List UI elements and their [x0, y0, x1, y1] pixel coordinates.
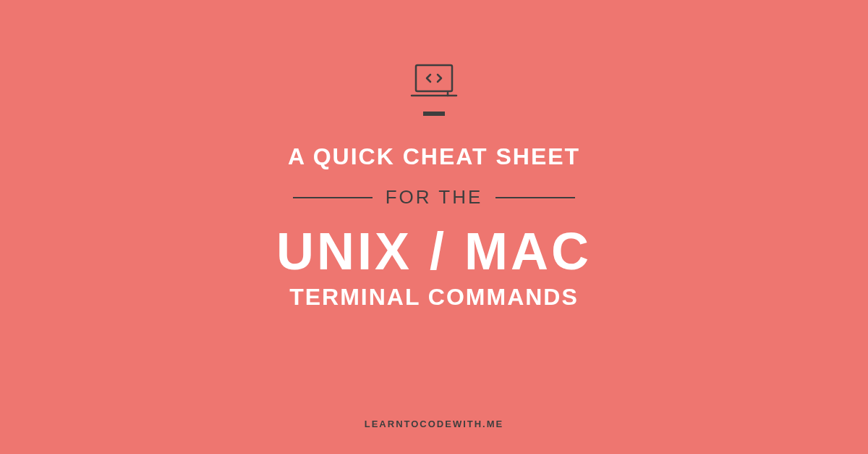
divider-dash	[423, 112, 445, 116]
laptop-code-icon	[409, 64, 459, 98]
subline-text: FOR THE	[386, 186, 483, 209]
svg-rect-0	[416, 65, 452, 91]
title-line-3: TERMINAL COMMANDS	[289, 284, 579, 311]
rule-left	[293, 197, 373, 198]
title-line-2: UNIX / MAC	[276, 222, 592, 281]
title-line-1: A QUICK CHEAT SHEET	[288, 143, 580, 170]
rule-right	[495, 197, 575, 198]
brand-label: LEARNTOCODEWITH.ME	[0, 419, 868, 429]
subline-row: FOR THE	[293, 186, 576, 209]
